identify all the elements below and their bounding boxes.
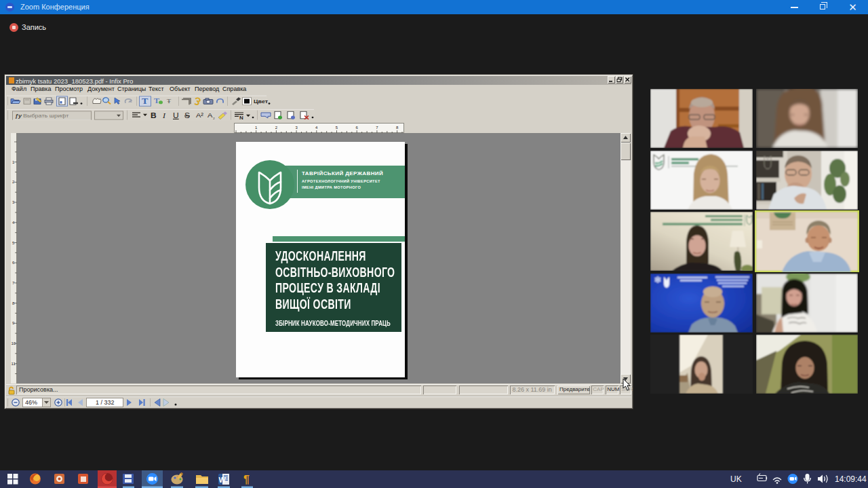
svg-text:T: T	[142, 96, 149, 106]
svg-text:7: 7	[376, 126, 378, 130]
svg-text:W: W	[219, 476, 226, 484]
svg-text:A²: A²	[196, 112, 204, 119]
svg-text:A: A	[208, 112, 212, 119]
svg-text:14:09:44: 14:09:44	[835, 474, 867, 484]
svg-text:₂: ₂	[213, 115, 215, 119]
svg-text:3: 3	[295, 126, 298, 130]
svg-text:B: B	[151, 112, 157, 119]
svg-text:Цвет: Цвет	[254, 98, 268, 105]
svg-text:1: 1	[255, 126, 258, 130]
svg-text:¶: ¶	[243, 474, 250, 485]
svg-text:1 / 332: 1 / 332	[96, 399, 115, 406]
svg-text:6: 6	[356, 126, 359, 130]
svg-text:46%: 46%	[25, 399, 37, 406]
svg-text:8: 8	[396, 126, 399, 130]
svg-text:2: 2	[275, 126, 278, 130]
svg-text:ƒy: ƒy	[15, 112, 22, 118]
svg-text:4: 4	[315, 126, 318, 130]
svg-text:Выбрать шрифт: Выбрать шрифт	[23, 112, 68, 118]
svg-text:5: 5	[336, 126, 338, 130]
svg-text:S: S	[184, 112, 190, 119]
svg-text:UK: UK	[730, 474, 742, 484]
svg-text:T: T	[154, 97, 160, 105]
svg-text:Ŧ: Ŧ	[167, 98, 171, 104]
svg-text:N: N	[239, 115, 243, 120]
svg-text:U: U	[173, 112, 179, 119]
